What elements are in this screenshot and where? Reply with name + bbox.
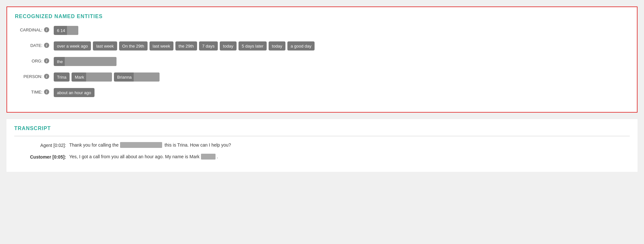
date-tag-0: over a week ago <box>54 41 91 50</box>
date-text: DATE: <box>30 43 42 48</box>
date-row: DATE: i over a week ago last week On the… <box>15 41 629 52</box>
time-row: TIME: i about an hour ago <box>15 87 629 98</box>
date-tag-6: today <box>220 41 237 50</box>
cardinal-tag-text: 6 14 <box>54 27 67 34</box>
cardinal-info-icon[interactable]: i <box>44 27 49 32</box>
person-brianna-text: Brianna <box>114 73 134 81</box>
person-mark-text: Mark <box>72 73 86 81</box>
time-tags: about an hour ago <box>54 87 94 97</box>
cardinal-tags: 6 14 <box>54 25 78 35</box>
agent-transcript-text: Thank you for calling the this is Trina.… <box>69 142 231 148</box>
transcript-panel: TRANSCRIPT Agent [0:02]: Thank you for c… <box>6 119 638 172</box>
person-label: PERSON: i <box>15 72 54 79</box>
date-tag-1: last week <box>93 41 117 50</box>
customer-speaker-label: Customer [0:05]: <box>14 154 66 160</box>
person-tag-mark: Mark <box>72 72 112 82</box>
time-tag-0: about an hour ago <box>54 88 94 97</box>
person-tag-trina: Trina <box>54 72 70 82</box>
time-info-icon[interactable]: i <box>44 89 49 94</box>
date-tag-5: 7 days <box>199 41 218 50</box>
cardinal-text: CARDINAL: <box>20 28 42 32</box>
person-tag-brianna: Brianna <box>114 72 160 82</box>
cardinal-redact <box>67 26 78 35</box>
person-text: PERSON: <box>23 74 42 79</box>
transcript-divider <box>14 136 630 136</box>
date-tag-2: On the 29th <box>119 41 148 50</box>
cardinal-row: CARDINAL: i 6 14 <box>15 25 629 36</box>
customer-text-before: Yes, I got a call from you all about an … <box>69 154 200 159</box>
cardinal-tag-0: 6 14 <box>54 26 78 35</box>
date-tag-7: 5 days later <box>239 41 267 50</box>
customer-transcript-text: Yes, I got a call from you all about an … <box>69 154 218 160</box>
transcript-title: TRANSCRIPT <box>14 126 630 131</box>
entities-title: RECOGNIZED NAMED ENTITIES <box>15 14 629 19</box>
org-tags: the <box>54 56 117 66</box>
person-row: PERSON: i Trina Mark Brianna <box>15 72 629 83</box>
cardinal-label: CARDINAL: i <box>15 25 54 32</box>
org-redact <box>65 57 117 66</box>
org-row: ORG: i the <box>15 56 629 67</box>
date-tags: over a week ago last week On the 29th la… <box>54 41 315 50</box>
date-info-icon[interactable]: i <box>44 43 49 48</box>
agent-speaker-label: Agent [0:02]: <box>14 142 66 148</box>
transcript-row-customer: Customer [0:05]: Yes, I got a call from … <box>14 154 630 160</box>
date-label: DATE: i <box>15 41 54 48</box>
org-tag-text: the <box>54 58 65 65</box>
date-tag-8: today <box>269 41 285 50</box>
person-mark-redact <box>86 72 112 82</box>
org-info-icon[interactable]: i <box>44 58 49 63</box>
transcript-row-agent: Agent [0:02]: Thank you for calling the … <box>14 142 630 148</box>
org-text: ORG: <box>32 59 42 63</box>
customer-redact-block <box>201 154 216 160</box>
person-brianna-redact <box>134 72 160 82</box>
date-tag-9: a good day <box>287 41 315 50</box>
time-text: TIME: <box>31 90 42 94</box>
time-label: TIME: i <box>15 87 54 94</box>
person-info-icon[interactable]: i <box>44 74 49 79</box>
date-tag-3: last week <box>150 41 173 50</box>
agent-redact-block <box>120 142 162 148</box>
agent-text-after: this is Trina. How can I help you? <box>163 142 231 148</box>
customer-text-after: . <box>217 154 218 159</box>
date-tag-4: the 29th <box>175 41 197 50</box>
org-tag-0: the <box>54 57 117 66</box>
agent-text-before: Thank you for calling the <box>69 142 119 148</box>
person-tags: Trina Mark Brianna <box>54 72 160 82</box>
entities-panel: RECOGNIZED NAMED ENTITIES CARDINAL: i 6 … <box>6 6 638 113</box>
org-label: ORG: i <box>15 56 54 63</box>
